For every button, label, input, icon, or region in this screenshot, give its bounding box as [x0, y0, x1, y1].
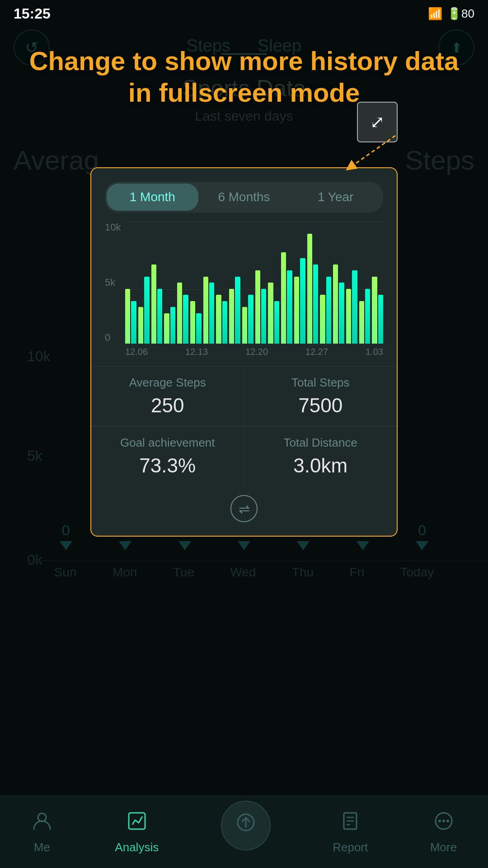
svg-line-1 [350, 136, 395, 167]
tab-1-month[interactable]: 1 Month [107, 184, 198, 211]
stats-grid: Average Steps 250 Total Steps 7500 Goal … [91, 367, 397, 486]
stat-total-steps-label: Total Steps [249, 376, 393, 390]
more-icon [433, 810, 455, 837]
stat-distance: Total Distance 3.0km [244, 426, 397, 486]
stat-goal-label: Goal achievement [96, 436, 239, 450]
modal-card: 1 Month 6 Months 1 Year 10k 5k 0 12.06 1… [90, 167, 398, 537]
tab-6-months[interactable]: 6 Months [198, 184, 290, 211]
bar-teal-19 [378, 295, 383, 344]
nav-report[interactable]: Report [333, 810, 368, 854]
swap-icon: ⇌ [239, 501, 250, 517]
bar-green-10 [255, 270, 260, 344]
bar-green-8 [229, 289, 234, 344]
bar-green-6 [203, 277, 208, 344]
bar-group-4 [177, 222, 188, 344]
bar-teal-15 [326, 277, 331, 344]
chart-x-labels: 12.06 12.13 12.20 12.27 1.03 [125, 347, 383, 357]
status-time: 15:25 [14, 5, 51, 22]
bar-green-15 [320, 295, 325, 344]
bar-green-16 [333, 264, 338, 344]
bar-teal-17 [352, 270, 357, 344]
svg-point-2 [38, 813, 46, 821]
bar-teal-10 [261, 289, 266, 344]
y-label-0: 0 [105, 332, 121, 344]
x-label-1213: 12.13 [185, 347, 208, 357]
stat-distance-label: Total Distance [249, 436, 393, 450]
svg-point-12 [446, 820, 449, 822]
nav-analysis-label: Analysis [115, 840, 159, 854]
bar-group-13 [294, 222, 305, 344]
chart-area: 10k 5k 0 12.06 12.13 12.20 12.27 1.03 [105, 222, 383, 357]
report-icon [339, 810, 361, 837]
y-label-10k: 10k [105, 222, 121, 233]
bar-teal-6 [209, 283, 214, 344]
bar-green-5 [190, 301, 195, 344]
stat-goal-value: 73.3% [96, 454, 239, 477]
x-label-1227: 12.27 [305, 347, 328, 357]
bar-green-3 [164, 313, 169, 344]
bar-teal-7 [222, 301, 227, 344]
bar-teal-12 [287, 270, 292, 344]
status-icons: 📶 🔋80 [428, 7, 474, 21]
modal-footer: ⇌ [105, 486, 383, 527]
bar-teal-13 [300, 258, 305, 344]
bar-teal-4 [183, 295, 188, 344]
stat-avg-steps-label: Average Steps [96, 376, 239, 390]
bar-group-11 [268, 222, 279, 344]
bar-teal-5 [196, 313, 201, 344]
bar-green-13 [294, 277, 299, 344]
analysis-icon [126, 810, 148, 837]
stat-avg-steps: Average Steps 250 [91, 367, 244, 426]
signal-icon: 📶 [428, 7, 442, 21]
bar-green-14 [307, 234, 312, 344]
swap-button[interactable]: ⇌ [230, 495, 258, 522]
grid-line-bottom [125, 344, 383, 344]
me-icon [31, 810, 53, 837]
bar-teal-3 [170, 307, 175, 344]
bar-teal-0 [131, 301, 136, 344]
bar-group-3 [164, 222, 175, 344]
nav-analysis[interactable]: Analysis [115, 810, 159, 854]
nav-report-label: Report [333, 840, 368, 854]
stat-total-steps: Total Steps 7500 [244, 367, 397, 426]
bar-green-12 [281, 252, 286, 344]
hint-text: Change to show more history data in full… [18, 45, 470, 108]
nav-me[interactable]: Me [31, 810, 53, 854]
bar-group-0 [125, 222, 136, 344]
stat-goal: Goal achievement 73.3% [91, 426, 244, 486]
bars-container [125, 222, 383, 344]
nav-more[interactable]: More [430, 810, 457, 854]
bar-green-9 [242, 307, 247, 344]
bar-group-5 [190, 222, 202, 344]
nav-center-button[interactable] [221, 801, 271, 850]
bar-group-6 [203, 222, 215, 344]
dashed-arrow [339, 131, 398, 176]
bar-green-11 [268, 283, 273, 344]
bar-green-17 [346, 289, 351, 344]
bar-green-7 [216, 295, 221, 344]
modal-tabs: 1 Month 6 Months 1 Year [105, 182, 383, 212]
center-icon [232, 809, 259, 842]
stat-avg-steps-value: 250 [96, 394, 239, 417]
bar-green-18 [359, 301, 364, 344]
bar-group-10 [255, 222, 267, 344]
x-label-103: 1.03 [366, 347, 383, 357]
bar-group-2 [151, 222, 163, 344]
bar-group-8 [229, 222, 240, 344]
bar-group-15 [320, 222, 331, 344]
battery-icon: 🔋80 [447, 7, 474, 21]
bottom-nav: Me Analysis Report [0, 796, 488, 868]
bar-green-19 [372, 277, 377, 344]
tab-1-year[interactable]: 1 Year [290, 184, 381, 211]
bar-group-14 [307, 222, 319, 344]
stat-total-steps-value: 7500 [249, 394, 393, 417]
stats-section: Average Steps 250 Total Steps 7500 Goal … [91, 366, 397, 486]
chart-y-labels: 10k 5k 0 [105, 222, 121, 344]
bar-teal-16 [339, 283, 344, 344]
fullscreen-icon: ⤢ [370, 112, 385, 132]
bar-group-9 [242, 222, 253, 344]
bar-teal-11 [274, 301, 279, 344]
bar-group-16 [333, 222, 344, 344]
bar-green-4 [177, 283, 182, 344]
bar-teal-9 [248, 295, 253, 344]
